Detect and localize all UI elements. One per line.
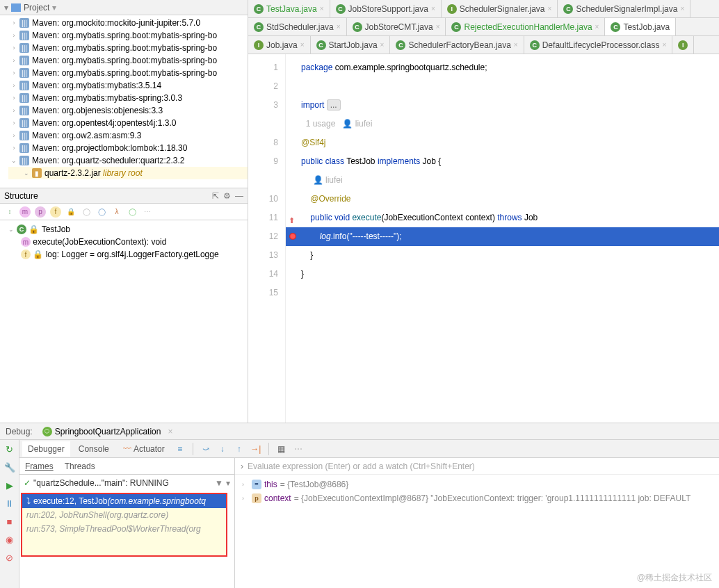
- evaluate-icon[interactable]: ▦: [275, 442, 289, 456]
- frames-list[interactable]: ⤵execute:12, TestJob (com.example.spring…: [21, 493, 227, 557]
- debug-config[interactable]: ⬡SpringbootQuartzApplication×: [38, 425, 177, 438]
- tab[interactable]: IJob.java×: [248, 36, 311, 54]
- structure-tree[interactable]: ⌄C 🔒 TestJob m execute(JobExecutionConte…: [0, 220, 248, 263]
- var-row[interactable]: ›=this = {TestJob@8686}: [242, 477, 719, 491]
- threads-icon[interactable]: ≡: [173, 442, 187, 456]
- resume-icon[interactable]: ▶: [3, 479, 16, 491]
- tab[interactable]: CStdScheduler.java×: [248, 18, 347, 35]
- frame-row[interactable]: run:573, SimpleThreadPool$WorkerThread (…: [22, 522, 226, 536]
- minimize-icon[interactable]: —: [235, 191, 243, 201]
- maven-lib[interactable]: ›|||Maven: org.mybatis.spring.boot:mybat…: [8, 29, 248, 42]
- tab-active[interactable]: CTestJob.java: [605, 18, 676, 35]
- expand-icon[interactable]: ⇱: [212, 191, 219, 201]
- chevron-down-icon: ▾: [4, 3, 8, 13]
- tab[interactable]: CStartJob.java×: [311, 36, 391, 54]
- maven-lib[interactable]: ›|||Maven: org.mybatis.spring.boot:mybat…: [8, 54, 248, 67]
- step-out-icon[interactable]: ↑: [232, 442, 246, 456]
- maven-lib[interactable]: ›|||Maven: org.projectlombok:lombok:1.18…: [8, 142, 248, 154]
- close-icon[interactable]: ×: [300, 41, 305, 49]
- close-icon[interactable]: ×: [548, 5, 552, 13]
- breakpoints-icon[interactable]: ◉: [3, 533, 16, 546]
- project-tree[interactable]: ›|||Maven: org.mockito:mockito-junit-jup…: [0, 15, 248, 181]
- run-to-cursor-icon[interactable]: →|: [249, 442, 263, 456]
- sort-icon[interactable]: ↕: [4, 206, 15, 218]
- tab[interactable]: I: [672, 36, 694, 54]
- close-icon[interactable]: ×: [337, 23, 341, 31]
- tab-console[interactable]: Console: [73, 441, 115, 457]
- dropdown-icon[interactable]: ▾: [52, 3, 56, 13]
- maven-lib[interactable]: ›|||Maven: org.ow2.asm:asm:9.3: [8, 129, 248, 142]
- maven-lib[interactable]: ›|||Maven: org.objenesis:objenesis:3.3: [8, 104, 248, 117]
- tab[interactable]: ISchedulerSignaler.java×: [442, 0, 558, 17]
- threads-tab[interactable]: Threads: [65, 462, 95, 471]
- gear-icon[interactable]: ⚙: [223, 191, 231, 201]
- close-icon[interactable]: ×: [662, 41, 666, 49]
- project-header[interactable]: ▾ Project ▾: [0, 0, 248, 15]
- var-row[interactable]: ›pcontext = {JobExecutionContextImpl@868…: [242, 491, 719, 505]
- filter-f-icon[interactable]: f: [50, 206, 61, 218]
- frame-row[interactable]: [22, 536, 226, 555]
- spring-icon: ⬡: [42, 427, 52, 436]
- breakpoint-icon[interactable]: [289, 233, 296, 240]
- maven-lib[interactable]: ›|||Maven: org.mybatis:mybatis:3.5.14: [8, 79, 248, 92]
- tab[interactable]: CSchedulerFactoryBean.java×: [390, 36, 524, 54]
- tab[interactable]: CSchedulerSignalerImpl.java×: [558, 0, 690, 17]
- maven-lib[interactable]: ⌄|||Maven: org.quartz-scheduler:quartz:2…: [8, 154, 248, 167]
- close-icon[interactable]: ×: [380, 41, 385, 49]
- step-into-icon[interactable]: ↓: [216, 442, 229, 456]
- maven-lib[interactable]: ›|||Maven: org.mybatis.spring.boot:mybat…: [8, 42, 248, 54]
- pause-icon[interactable]: ⏸: [3, 497, 16, 509]
- code-area[interactable]: package com.example.springbootquartz.sch…: [286, 54, 719, 423]
- rerun-icon[interactable]: ↻: [3, 443, 16, 455]
- tab[interactable]: CJobStoreCMT.java×: [347, 18, 446, 35]
- close-icon[interactable]: ×: [680, 5, 684, 13]
- tab-debugger[interactable]: Debugger: [22, 441, 70, 457]
- stop-icon[interactable]: ■: [3, 515, 16, 528]
- structure-toolbar: ↕ m p f 🔒 ◯ ◯ λ ◯ ⋯: [0, 204, 248, 220]
- tab-actuator[interactable]: 〰 Actuator: [118, 441, 170, 457]
- lock-icon[interactable]: 🔒: [65, 206, 76, 218]
- dropdown-icon[interactable]: ▾: [226, 478, 230, 488]
- maven-lib[interactable]: ›|||Maven: org.mybatis:mybatis-spring:3.…: [8, 92, 248, 104]
- eval-input[interactable]: ›Evaluate expression (Enter) or add a wa…: [235, 458, 719, 475]
- close-icon[interactable]: ×: [595, 23, 599, 31]
- close-icon[interactable]: ×: [320, 5, 324, 13]
- class-node[interactable]: ⌄C 🔒 TestJob: [6, 223, 248, 236]
- frames-tab[interactable]: Frames: [25, 462, 54, 471]
- filter-icon[interactable]: ◯: [96, 206, 107, 218]
- maven-lib[interactable]: ›|||Maven: org.opentest4j:opentest4j:1.3…: [8, 117, 248, 129]
- thread-selector[interactable]: ✓ "quartzSchedule..."main": RUNNING ▼ ▾: [19, 475, 234, 491]
- filter-m-icon[interactable]: m: [19, 206, 31, 218]
- field-node[interactable]: f 🔒 log: Logger = org.slf4j.LoggerFactor…: [6, 248, 248, 261]
- debug-label: Debug:: [6, 427, 33, 436]
- more-icon[interactable]: ⋯: [142, 206, 153, 218]
- maven-lib[interactable]: ›|||Maven: org.mybatis.spring.boot:mybat…: [8, 67, 248, 79]
- filter-p-icon[interactable]: p: [35, 206, 46, 218]
- tab[interactable]: CTestJava.java×: [248, 0, 330, 17]
- override-up-icon[interactable]: ⬆: [288, 211, 295, 218]
- maven-lib[interactable]: ›|||Maven: org.mockito:mockito-junit-jup…: [8, 17, 248, 29]
- anon-icon[interactable]: ◯: [127, 206, 138, 218]
- fold-region[interactable]: ...: [327, 99, 341, 111]
- filter-icon[interactable]: ◯: [81, 206, 92, 218]
- frame-row[interactable]: run:202, JobRunShell (org.quartz.core): [22, 508, 226, 522]
- tab[interactable]: CRejectedExecutionHandlerMe.java×: [446, 18, 605, 35]
- lambda-icon[interactable]: λ: [111, 206, 122, 218]
- tab[interactable]: CJobStoreSupport.java×: [330, 0, 442, 17]
- frame-row[interactable]: ⤵execute:12, TestJob (com.example.spring…: [22, 494, 226, 508]
- wrench-icon[interactable]: 🔧: [3, 461, 16, 473]
- jar-node[interactable]: ⌄▮quartz-2.3.2.jar library root: [8, 167, 248, 179]
- close-icon[interactable]: ×: [431, 5, 435, 13]
- step-over-icon[interactable]: ⤻: [199, 442, 213, 456]
- filter-icon[interactable]: ▼: [215, 478, 223, 488]
- close-icon[interactable]: ×: [168, 427, 172, 436]
- gutter[interactable]: 1 2 3 8 9 10 11⬆ 12 13 14 15: [248, 54, 286, 423]
- close-icon[interactable]: ×: [436, 23, 440, 31]
- tab[interactable]: CDefaultLifecycleProcessor.class×: [524, 36, 673, 54]
- mute-bp-icon[interactable]: ⊘: [3, 551, 16, 564]
- editor[interactable]: 1 2 3 8 9 10 11⬆ 12 13 14 15 package com…: [248, 54, 719, 423]
- method-node[interactable]: m execute(JobExecutionContext): void: [6, 236, 248, 248]
- more-icon[interactable]: ⋯: [291, 442, 305, 456]
- close-icon[interactable]: ×: [514, 41, 518, 49]
- variables-tree[interactable]: ›=this = {TestJob@8686} ›pcontext = {Job…: [235, 475, 719, 508]
